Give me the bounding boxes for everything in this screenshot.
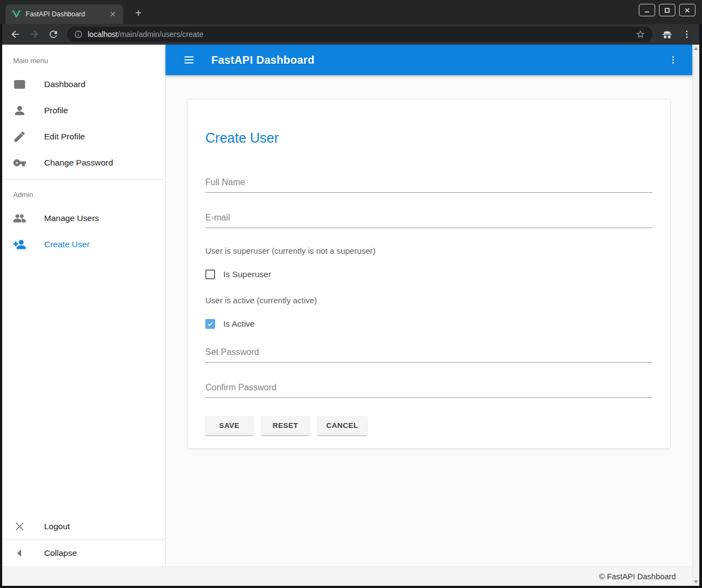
sidebar-item-profile[interactable]: Profile — [2, 97, 165, 124]
sidebar-item-create-user[interactable]: Create User — [2, 231, 165, 258]
app-bar: FastAPI Dashboard — [166, 45, 692, 75]
browser-tab[interactable]: FastAPI Dashboard ✕ — [5, 4, 123, 24]
is-active-checkbox[interactable] — [205, 319, 215, 329]
checkmark-icon — [206, 320, 214, 328]
sidebar-item-label: Dashboard — [44, 79, 86, 89]
sidebar: Main menu Dashboard Profile — [2, 45, 166, 566]
confirm-password-field[interactable] — [205, 381, 652, 398]
sidebar-item-label: Logout — [44, 522, 70, 531]
chevron-left-icon — [13, 547, 26, 560]
sidebar-item-label: Profile — [44, 106, 68, 115]
sidebar-item-logout[interactable]: Logout — [2, 513, 165, 540]
page-title: Create User — [205, 130, 652, 146]
sidebar-item-label: Change Password — [44, 158, 113, 168]
app-title: FastAPI Dashboard — [211, 54, 315, 66]
close-icon — [13, 520, 26, 533]
hamburger-icon[interactable] — [183, 54, 195, 66]
sidebar-divider — [2, 179, 165, 180]
window-controls — [639, 4, 695, 16]
incognito-icon — [661, 28, 674, 41]
key-icon — [13, 156, 26, 169]
back-arrow-icon[interactable] — [10, 29, 21, 40]
sidebar-item-label: Collapse — [44, 548, 77, 558]
cancel-button[interactable]: CANCEL — [318, 416, 367, 435]
close-window-button[interactable] — [679, 4, 695, 16]
url-path: /main/admin/users/create — [118, 30, 203, 39]
content-area: Create User User is superuser (currently… — [166, 75, 692, 566]
is-active-label: Is Active — [223, 319, 255, 329]
url-text: localhost/main/admin/users/create — [88, 30, 203, 39]
sidebar-item-label: Edit Profile — [44, 132, 85, 142]
appbar-kebab-icon[interactable] — [668, 55, 678, 65]
sidebar-item-collapse[interactable]: Collapse — [2, 540, 165, 566]
url-host: localhost — [88, 30, 118, 39]
pencil-icon — [13, 130, 26, 143]
copyright-text: © FastAPI Dashboard — [599, 572, 676, 581]
save-button[interactable]: SAVE — [205, 416, 253, 435]
sidebar-heading-main-menu: Main menu — [2, 45, 165, 71]
reset-button[interactable]: RESET — [261, 416, 309, 435]
sidebar-heading-admin: Admin — [2, 183, 165, 205]
create-user-card: Create User User is superuser (currently… — [187, 99, 670, 449]
dashboard-icon — [13, 78, 26, 91]
sidebar-item-label: Create User — [44, 240, 90, 249]
reload-icon[interactable] — [48, 29, 59, 40]
tab-close-icon[interactable]: ✕ — [108, 9, 118, 19]
forward-arrow-icon[interactable] — [29, 29, 40, 40]
full-name-field[interactable] — [205, 175, 652, 193]
vue-logo-icon — [12, 10, 21, 18]
sidebar-spacer — [2, 258, 165, 513]
app-footer: © FastAPI Dashboard — [2, 566, 692, 586]
person-icon — [13, 104, 26, 117]
browser-toolbar: localhost/main/admin/users/create — [2, 24, 699, 45]
sidebar-item-label: Manage Users — [44, 213, 99, 223]
set-password-field[interactable] — [205, 345, 652, 363]
main-content: FastAPI Dashboard Create User User is su… — [166, 45, 692, 566]
people-icon — [13, 212, 26, 225]
browser-window: FastAPI Dashboard ✕ + localhost/main/adm… — [2, 0, 699, 586]
sidebar-item-manage-users[interactable]: Manage Users — [2, 205, 165, 231]
superuser-hint: User is superuser (currently is not a su… — [205, 246, 652, 255]
address-bar[interactable]: localhost/main/admin/users/create — [67, 27, 652, 42]
page-scrollbar[interactable] — [692, 45, 699, 586]
person-add-icon — [13, 238, 26, 251]
maximize-button[interactable] — [659, 4, 675, 16]
scrollbar-up-arrow-icon[interactable] — [694, 47, 698, 50]
minimize-button[interactable] — [639, 4, 655, 16]
browser-menu-kebab-icon[interactable] — [682, 29, 692, 39]
page-area: Main menu Dashboard Profile — [2, 45, 699, 586]
new-tab-button[interactable]: + — [132, 7, 145, 20]
form-buttons: SAVE RESET CANCEL — [205, 416, 652, 435]
browser-tabstrip: FastAPI Dashboard ✕ + — [0, 0, 702, 24]
email-field[interactable] — [205, 211, 652, 228]
is-superuser-row: Is Superuser — [205, 270, 652, 279]
site-info-icon[interactable] — [74, 30, 83, 39]
scrollbar-down-arrow-icon[interactable] — [694, 580, 698, 584]
sidebar-item-change-password[interactable]: Change Password — [2, 150, 165, 176]
is-active-row: Is Active — [205, 319, 652, 329]
is-superuser-checkbox[interactable] — [205, 270, 215, 279]
is-superuser-label: Is Superuser — [223, 270, 271, 279]
active-hint: User is active (currently active) — [205, 296, 652, 305]
sidebar-item-dashboard[interactable]: Dashboard — [2, 71, 165, 97]
bookmark-star-icon[interactable] — [636, 29, 645, 39]
sidebar-item-edit-profile[interactable]: Edit Profile — [2, 124, 165, 150]
tab-title: FastAPI Dashboard — [26, 10, 103, 18]
